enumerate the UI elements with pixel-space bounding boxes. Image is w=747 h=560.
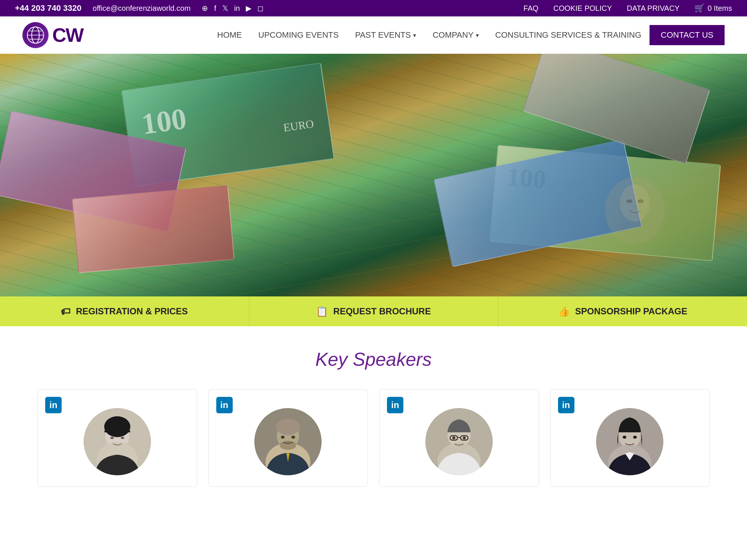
speaker-portrait-svg-2: [254, 408, 322, 475]
tag-icon: 🏷: [61, 306, 71, 317]
main-nav: CW HOME UPCOMING EVENTS PAST EVENTS ▾ CO…: [0, 16, 747, 54]
key-speakers-section: Key Speakers in: [0, 326, 747, 502]
action-brochure-label: REQUEST BROCHURE: [333, 306, 431, 317]
logo-text: CW: [52, 24, 83, 46]
top-bar-right: FAQ COOKIE POLICY DATA PRIVACY 🛒 0 Items: [524, 3, 732, 13]
svg-point-20: [291, 436, 295, 439]
speaker-avatar-3: [425, 408, 493, 475]
svg-point-21: [280, 441, 296, 450]
cart-area[interactable]: 🛒 0 Items: [694, 3, 732, 13]
logo-icon: [22, 22, 49, 48]
action-bar: 🏷 REGISTRATION & PRICES 📋 REQUEST BROCHU…: [0, 296, 747, 326]
speaker-avatar-2: [254, 408, 322, 475]
action-sponsorship-label: SPONSORSHIP PACKAGE: [575, 306, 688, 317]
hero-banner: [0, 54, 747, 296]
nav-company[interactable]: COMPANY ▾: [424, 30, 487, 40]
speaker-portrait-svg-4: [596, 408, 663, 475]
speaker-portrait-svg-3: [425, 408, 493, 475]
linkedin-icon[interactable]: in: [234, 4, 240, 13]
franklin-portrait: [598, 173, 672, 248]
linkedin-badge-3[interactable]: in: [387, 397, 403, 413]
svg-point-19: [281, 436, 285, 439]
svg-point-6: [620, 184, 650, 222]
cart-count: 0 Items: [707, 4, 732, 13]
speaker-card-1: in: [37, 389, 197, 487]
svg-point-34: [633, 436, 637, 439]
linkedin-badge-1[interactable]: in: [45, 397, 62, 413]
cookie-policy-link[interactable]: COOKIE POLICY: [554, 4, 612, 13]
twitter-icon[interactable]: 𝕏: [222, 4, 228, 13]
action-sponsorship[interactable]: 👍 SPONSORSHIP PACKAGE: [498, 296, 747, 326]
phone-number: +44 203 740 3320: [15, 3, 81, 13]
svg-point-13: [110, 437, 114, 439]
youtube-icon[interactable]: ▶: [246, 4, 251, 13]
linkedin-badge-4[interactable]: in: [558, 397, 574, 413]
chevron-down-icon: ▾: [476, 32, 479, 39]
logo[interactable]: CW: [22, 22, 83, 48]
nav-links: HOME UPCOMING EVENTS PAST EVENTS ▾ COMPA…: [209, 25, 725, 45]
linkedin-badge-2[interactable]: in: [216, 397, 233, 413]
email-link[interactable]: office@conferenziaworld.com: [93, 4, 190, 13]
whatsapp-icon[interactable]: ⊕: [202, 4, 208, 13]
chevron-down-icon: ▾: [413, 32, 416, 39]
svg-point-7: [626, 199, 632, 203]
pink-note: [72, 185, 235, 273]
cart-icon: 🛒: [694, 3, 704, 13]
nav-contact-us[interactable]: CONTACT US: [650, 25, 725, 45]
data-privacy-link[interactable]: DATA PRIVACY: [627, 4, 679, 13]
speaker-card-4: in: [550, 389, 710, 487]
speaker-card-3: in: [379, 389, 539, 487]
nav-home[interactable]: HOME: [209, 30, 250, 40]
action-registration-label: REGISTRATION & PRICES: [76, 306, 188, 317]
action-brochure[interactable]: 📋 REQUEST BROCHURE: [249, 296, 498, 326]
speaker-portrait-svg-1: [84, 408, 151, 475]
top-bar: +44 203 740 3320 office@conferenziaworld…: [0, 0, 747, 16]
speakers-grid: in: [37, 389, 710, 487]
speaker-card-2: in: [208, 389, 368, 487]
svg-point-33: [623, 436, 626, 439]
svg-point-8: [638, 199, 644, 203]
book-icon: 📋: [316, 306, 328, 317]
social-icons: ⊕ f 𝕏 in ▶ ◻: [202, 4, 264, 13]
faq-link[interactable]: FAQ: [524, 4, 539, 13]
speaker-avatar-4: [596, 408, 663, 475]
facebook-icon[interactable]: f: [214, 4, 216, 13]
thumbsup-icon: 👍: [558, 306, 570, 317]
top-bar-left: +44 203 740 3320 office@conferenziaworld…: [15, 3, 264, 13]
nav-upcoming-events[interactable]: UPCOMING EVENTS: [250, 30, 347, 40]
svg-point-29: [463, 436, 466, 439]
instagram-icon[interactable]: ◻: [257, 4, 264, 13]
svg-point-28: [452, 436, 455, 439]
svg-point-18: [276, 419, 300, 435]
action-registration[interactable]: 🏷 REGISTRATION & PRICES: [0, 296, 249, 326]
speaker-avatar-1: [84, 408, 151, 475]
nav-consulting[interactable]: CONSULTING SERVICES & TRAINING: [487, 30, 650, 40]
svg-point-14: [121, 437, 124, 439]
nav-past-events[interactable]: PAST EVENTS ▾: [347, 30, 425, 40]
section-title: Key Speakers: [37, 349, 710, 370]
